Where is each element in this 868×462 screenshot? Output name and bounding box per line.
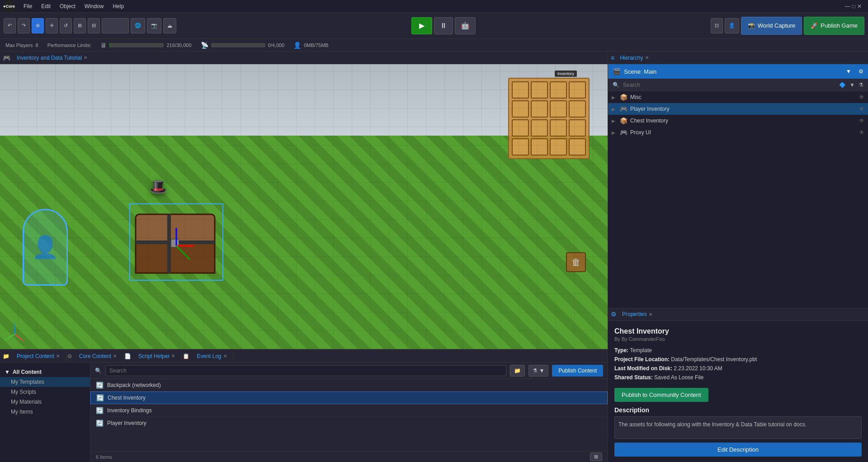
menu-object[interactable]: Object <box>55 2 80 10</box>
tab-project-content-close[interactable]: ✕ <box>56 354 60 358</box>
sidebar-my-templates[interactable]: My Templates <box>0 377 90 387</box>
tab-event-log-label: Event Log <box>197 353 221 359</box>
menu-edit[interactable]: Edit <box>37 2 55 10</box>
camera-icon: 📷 <box>151 23 157 28</box>
menu-help[interactable]: Help <box>108 2 128 10</box>
hier-item-chest-inventory[interactable]: ▶ 📦 Chest Inventory 👁 <box>608 115 868 127</box>
hier-filter-icon1[interactable]: 🔷 <box>839 82 846 88</box>
inv-cell-12[interactable] <box>569 119 586 137</box>
tab-project-content[interactable]: Project Content ✕ <box>10 351 66 361</box>
viewport-canvas[interactable]: 👤 <box>0 64 608 349</box>
inv-cell-1[interactable] <box>512 81 529 99</box>
rotate-tool-button[interactable]: ↺ <box>60 18 72 33</box>
sidebar-my-items[interactable]: My Items <box>0 407 90 417</box>
misc-visibility[interactable]: 👁 <box>859 94 864 100</box>
properties-tab[interactable]: Properties ✕ <box>617 309 658 319</box>
tab-script-helper-close[interactable]: ✕ <box>171 354 175 358</box>
viewport-tab-close[interactable]: ✕ <box>84 55 87 60</box>
minimize-icon[interactable]: — <box>845 3 850 9</box>
hier-filter-icon2[interactable]: ▼ <box>849 82 855 88</box>
menu-file[interactable]: File <box>19 2 37 10</box>
viewport-tab[interactable]: Inventory and Data Tutorial ✕ <box>10 53 94 63</box>
hierarchy-settings-icon[interactable]: ⚙ <box>859 68 863 75</box>
hierarchy-tab-close[interactable]: ✕ <box>645 55 649 60</box>
inv-cell-8[interactable] <box>569 100 586 118</box>
move-tool-button[interactable]: ✛ <box>46 18 58 33</box>
select-tool-button[interactable]: ⊕ <box>32 18 44 33</box>
inv-cell-4[interactable] <box>569 81 586 99</box>
grid-size-input[interactable]: 100 <box>102 18 129 33</box>
screen-mode-button[interactable]: ⊡ <box>711 18 723 33</box>
tab-event-log-close[interactable]: ✕ <box>223 354 227 358</box>
inv-cell-5[interactable] <box>512 100 529 118</box>
folder-button[interactable]: 📁 <box>510 365 525 377</box>
perf-limits-label: Performance Limits: <box>47 42 92 48</box>
hier-filter-icon3[interactable]: ⚗ <box>859 82 863 88</box>
inv-cell-13[interactable] <box>512 138 529 156</box>
description-label: Description <box>614 406 862 414</box>
hier-item-player-inventory[interactable]: ▶ 🎮 Player Inventory 👁 <box>608 103 868 115</box>
maximize-icon[interactable]: □ <box>852 3 855 9</box>
project-item-inventory-bindings[interactable]: 🔄 Inventory Bindings <box>90 404 608 417</box>
proxy-visibility[interactable]: 👁 <box>859 129 864 136</box>
grid-button[interactable]: ⊟ <box>88 18 100 33</box>
inv-cell-9[interactable] <box>512 119 529 137</box>
viewport-tab-label: Inventory and Data Tutorial <box>17 55 82 61</box>
inv-cell-15[interactable] <box>550 138 567 156</box>
chest-object[interactable] <box>131 205 222 279</box>
tab-core-content[interactable]: Core Content ✕ <box>73 351 123 361</box>
project-item-player-inventory[interactable]: 🔄 Player Inventory <box>90 417 608 429</box>
hierarchy-search-input[interactable] <box>623 82 835 88</box>
close-icon[interactable]: ✕ <box>857 3 862 9</box>
inv-cell-16[interactable] <box>569 138 586 156</box>
sidebar-my-materials[interactable]: My Materials <box>0 397 90 407</box>
world-capture-button[interactable]: 📸 World Capture <box>741 17 802 35</box>
player-inv-icon: 🔄 <box>96 420 104 427</box>
inv-cell-3[interactable] <box>550 81 567 99</box>
world-mode-button[interactable]: 🌐 <box>131 18 145 33</box>
tab-event-log[interactable]: Event Log ✕ <box>190 351 233 361</box>
hier-item-misc[interactable]: ▶ 📦 Misc 👁 <box>608 91 868 103</box>
project-search-input[interactable] <box>105 365 506 376</box>
project-item-backpack[interactable]: 🔄 Backpack (networked) <box>90 379 608 391</box>
publish-content-button[interactable]: Publish Content <box>552 365 603 377</box>
inv-cell-6[interactable] <box>531 100 548 118</box>
account-button[interactable]: 👤 <box>725 18 739 33</box>
inv-cell-14[interactable] <box>531 138 548 156</box>
description-box: The assets for following along with the … <box>614 416 862 439</box>
camera-mode-button[interactable]: 📷 <box>147 18 161 33</box>
undo-button[interactable]: ↶ <box>4 18 16 33</box>
inv-cell-2[interactable] <box>531 81 548 99</box>
chest-inv-visibility[interactable]: 👁 <box>859 118 864 124</box>
menu-window[interactable]: Window <box>80 2 108 10</box>
cpu-bar-fill <box>109 43 110 47</box>
terrain-button[interactable]: ⛰ <box>163 18 176 33</box>
inv-cell-11[interactable] <box>550 119 567 137</box>
publish-community-button[interactable]: Publish to Community Content <box>614 388 708 402</box>
trash-button[interactable]: 🗑 <box>566 252 586 272</box>
dropdown-icon[interactable]: ▼ <box>846 68 851 75</box>
snap-tool-button[interactable]: ⊞ <box>74 18 86 33</box>
inv-cell-7[interactable] <box>550 100 567 118</box>
hierarchy-tab[interactable]: Hierarchy ✕ <box>614 53 654 63</box>
publish-game-button[interactable]: 🚀 Publish Game <box>804 17 864 35</box>
tab-core-content-close[interactable]: ✕ <box>113 354 117 358</box>
main-toolbar: ↶ ↷ ⊕ ✛ ↺ ⊞ ⊟ 100 🌐 📷 ⛰ ▶ ⏸ 🤖 ⊡ 👤 <box>0 13 868 39</box>
grid-view-button[interactable]: ⊞ <box>590 453 602 461</box>
svg-text:Y: Y <box>5 338 7 342</box>
edit-description-button[interactable]: Edit Description <box>614 443 862 457</box>
all-content-header[interactable]: ▼ All Content <box>0 366 90 377</box>
agent-button[interactable]: 🤖 <box>455 17 476 34</box>
filter-button[interactable]: ⚗ ▼ <box>528 365 548 377</box>
proxy-hier-icon: 🎮 <box>620 129 627 136</box>
pause-button[interactable]: ⏸ <box>434 17 453 34</box>
hier-item-proxy-ui[interactable]: ▶ 🎮 Proxy UI 👁 <box>608 127 868 138</box>
project-item-chest[interactable]: 🔄 Chest Inventory <box>90 391 608 404</box>
player-inv-visibility[interactable]: 👁 <box>859 106 864 112</box>
redo-button[interactable]: ↷ <box>18 18 30 33</box>
inv-cell-10[interactable] <box>531 119 548 137</box>
properties-tab-close[interactable]: ✕ <box>649 312 652 317</box>
play-button[interactable]: ▶ <box>411 17 432 34</box>
tab-script-helper[interactable]: Script Helper ✕ <box>132 351 182 361</box>
sidebar-my-scripts[interactable]: My Scripts <box>0 387 90 397</box>
